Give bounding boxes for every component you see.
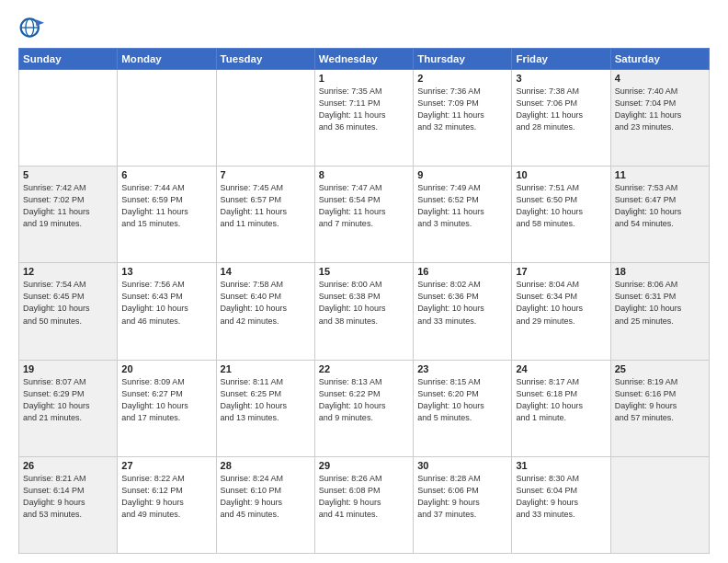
calendar-week-row: 1Sunrise: 7:35 AMSunset: 7:11 PMDaylight… (19, 70, 710, 167)
day-number: 5 (23, 169, 113, 180)
day-info: Sunrise: 7:40 AMSunset: 7:04 PMDaylight:… (615, 86, 705, 133)
day-info: Sunrise: 8:19 AMSunset: 6:16 PMDaylight:… (615, 376, 705, 424)
calendar-cell (118, 70, 216, 167)
calendar-cell: 11Sunrise: 7:53 AMSunset: 6:47 PMDayligh… (610, 167, 709, 263)
day-number: 12 (23, 266, 113, 277)
day-number: 10 (516, 169, 606, 180)
day-number: 2 (417, 73, 507, 84)
calendar-cell: 22Sunrise: 8:13 AMSunset: 6:22 PMDayligh… (314, 360, 413, 456)
day-number: 23 (417, 363, 507, 374)
calendar-cell: 27Sunrise: 8:22 AMSunset: 6:12 PMDayligh… (118, 456, 216, 553)
day-info: Sunrise: 8:30 AMSunset: 6:04 PMDaylight:… (516, 473, 606, 521)
day-number: 20 (121, 363, 211, 374)
day-number: 25 (615, 363, 705, 374)
day-number: 1 (319, 73, 409, 84)
day-info: Sunrise: 7:58 AMSunset: 6:40 PMDaylight:… (221, 279, 311, 327)
day-number: 13 (121, 266, 211, 277)
day-info: Sunrise: 8:13 AMSunset: 6:22 PMDaylight:… (319, 376, 409, 424)
calendar-cell: 21Sunrise: 8:11 AMSunset: 6:25 PMDayligh… (216, 360, 314, 456)
header (18, 15, 710, 40)
weekday-header-thursday: Thursday (414, 49, 512, 70)
day-number: 9 (417, 169, 507, 180)
day-info: Sunrise: 8:09 AMSunset: 6:27 PMDaylight:… (121, 376, 211, 424)
weekday-header-wednesday: Wednesday (314, 49, 413, 70)
day-number: 11 (615, 169, 705, 180)
day-info: Sunrise: 8:28 AMSunset: 6:06 PMDaylight:… (417, 473, 507, 521)
calendar-cell: 24Sunrise: 8:17 AMSunset: 6:18 PMDayligh… (512, 360, 610, 456)
day-number: 7 (221, 169, 311, 180)
weekday-header-monday: Monday (118, 49, 216, 70)
day-info: Sunrise: 8:21 AMSunset: 6:14 PMDaylight:… (23, 473, 113, 521)
day-number: 15 (319, 266, 409, 277)
calendar-cell (610, 456, 709, 553)
day-info: Sunrise: 7:53 AMSunset: 6:47 PMDaylight:… (615, 182, 705, 230)
calendar-cell: 5Sunrise: 7:42 AMSunset: 7:02 PMDaylight… (19, 167, 118, 263)
calendar-cell: 1Sunrise: 7:35 AMSunset: 7:11 PMDaylight… (314, 70, 413, 167)
weekday-header-friday: Friday (512, 49, 610, 70)
calendar-cell: 15Sunrise: 8:00 AMSunset: 6:38 PMDayligh… (314, 263, 413, 360)
calendar-cell: 13Sunrise: 7:56 AMSunset: 6:43 PMDayligh… (118, 263, 216, 360)
calendar-cell: 10Sunrise: 7:51 AMSunset: 6:50 PMDayligh… (512, 167, 610, 263)
calendar-cell: 20Sunrise: 8:09 AMSunset: 6:27 PMDayligh… (118, 360, 216, 456)
day-info: Sunrise: 8:15 AMSunset: 6:20 PMDaylight:… (417, 376, 507, 424)
day-number: 21 (221, 363, 311, 374)
day-number: 17 (516, 266, 606, 277)
day-info: Sunrise: 7:51 AMSunset: 6:50 PMDaylight:… (516, 182, 606, 230)
page: SundayMondayTuesdayWednesdayThursdayFrid… (0, 0, 728, 563)
day-number: 24 (516, 363, 606, 374)
day-number: 19 (23, 363, 113, 374)
day-number: 30 (417, 460, 507, 471)
calendar-cell (19, 70, 118, 167)
calendar-week-row: 12Sunrise: 7:54 AMSunset: 6:45 PMDayligh… (19, 263, 710, 360)
day-info: Sunrise: 8:00 AMSunset: 6:38 PMDaylight:… (319, 279, 409, 327)
logo-icon (18, 15, 44, 40)
calendar-cell: 29Sunrise: 8:26 AMSunset: 6:08 PMDayligh… (314, 456, 413, 553)
day-info: Sunrise: 7:56 AMSunset: 6:43 PMDaylight:… (121, 279, 211, 327)
calendar-cell: 6Sunrise: 7:44 AMSunset: 6:59 PMDaylight… (118, 167, 216, 263)
weekday-header-row: SundayMondayTuesdayWednesdayThursdayFrid… (19, 49, 710, 70)
calendar-cell: 28Sunrise: 8:24 AMSunset: 6:10 PMDayligh… (216, 456, 314, 553)
calendar-cell: 23Sunrise: 8:15 AMSunset: 6:20 PMDayligh… (414, 360, 512, 456)
calendar-cell: 3Sunrise: 7:38 AMSunset: 7:06 PMDaylight… (512, 70, 610, 167)
day-number: 26 (23, 460, 113, 471)
day-info: Sunrise: 8:04 AMSunset: 6:34 PMDaylight:… (516, 279, 606, 327)
calendar-cell: 18Sunrise: 8:06 AMSunset: 6:31 PMDayligh… (610, 263, 709, 360)
day-info: Sunrise: 7:36 AMSunset: 7:09 PMDaylight:… (417, 86, 507, 133)
day-info: Sunrise: 8:06 AMSunset: 6:31 PMDaylight:… (615, 279, 705, 327)
calendar-cell: 9Sunrise: 7:49 AMSunset: 6:52 PMDaylight… (414, 167, 512, 263)
day-number: 4 (615, 73, 705, 84)
calendar-cell: 16Sunrise: 8:02 AMSunset: 6:36 PMDayligh… (414, 263, 512, 360)
calendar-table: SundayMondayTuesdayWednesdayThursdayFrid… (18, 48, 710, 554)
day-info: Sunrise: 7:38 AMSunset: 7:06 PMDaylight:… (516, 86, 606, 133)
calendar-cell: 2Sunrise: 7:36 AMSunset: 7:09 PMDaylight… (414, 70, 512, 167)
day-number: 8 (319, 169, 409, 180)
weekday-header-sunday: Sunday (19, 49, 118, 70)
day-number: 18 (615, 266, 705, 277)
day-info: Sunrise: 7:44 AMSunset: 6:59 PMDaylight:… (121, 182, 211, 230)
calendar-cell: 25Sunrise: 8:19 AMSunset: 6:16 PMDayligh… (610, 360, 709, 456)
calendar-cell (216, 70, 314, 167)
day-number: 28 (221, 460, 311, 471)
day-info: Sunrise: 7:42 AMSunset: 7:02 PMDaylight:… (23, 182, 113, 230)
day-info: Sunrise: 7:49 AMSunset: 6:52 PMDaylight:… (417, 182, 507, 230)
day-info: Sunrise: 7:47 AMSunset: 6:54 PMDaylight:… (319, 182, 409, 230)
day-info: Sunrise: 8:02 AMSunset: 6:36 PMDaylight:… (417, 279, 507, 327)
day-info: Sunrise: 8:07 AMSunset: 6:29 PMDaylight:… (23, 376, 113, 424)
day-number: 22 (319, 363, 409, 374)
calendar-cell: 7Sunrise: 7:45 AMSunset: 6:57 PMDaylight… (216, 167, 314, 263)
calendar-cell: 31Sunrise: 8:30 AMSunset: 6:04 PMDayligh… (512, 456, 610, 553)
calendar-cell: 14Sunrise: 7:58 AMSunset: 6:40 PMDayligh… (216, 263, 314, 360)
calendar-week-row: 19Sunrise: 8:07 AMSunset: 6:29 PMDayligh… (19, 360, 710, 456)
day-number: 16 (417, 266, 507, 277)
logo (18, 15, 48, 40)
calendar-cell: 17Sunrise: 8:04 AMSunset: 6:34 PMDayligh… (512, 263, 610, 360)
day-number: 3 (516, 73, 606, 84)
day-info: Sunrise: 8:22 AMSunset: 6:12 PMDaylight:… (121, 473, 211, 521)
day-info: Sunrise: 8:26 AMSunset: 6:08 PMDaylight:… (319, 473, 409, 521)
day-number: 14 (221, 266, 311, 277)
day-info: Sunrise: 7:45 AMSunset: 6:57 PMDaylight:… (221, 182, 311, 230)
calendar-cell: 12Sunrise: 7:54 AMSunset: 6:45 PMDayligh… (19, 263, 118, 360)
day-info: Sunrise: 8:11 AMSunset: 6:25 PMDaylight:… (221, 376, 311, 424)
calendar-cell: 30Sunrise: 8:28 AMSunset: 6:06 PMDayligh… (414, 456, 512, 553)
calendar-week-row: 26Sunrise: 8:21 AMSunset: 6:14 PMDayligh… (19, 456, 710, 553)
